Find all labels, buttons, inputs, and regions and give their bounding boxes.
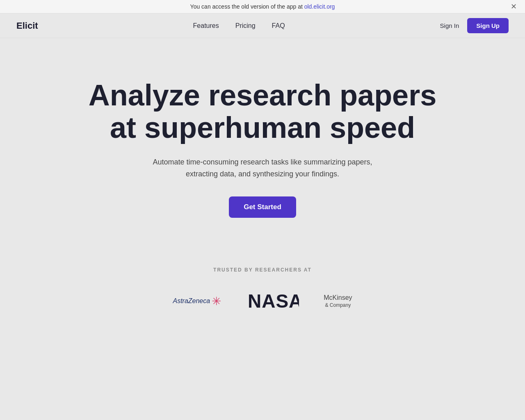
banner-text: You can access the old version of the ap… — [190, 3, 335, 10]
hero-subtitle: Automate time-consuming research tasks l… — [148, 156, 377, 180]
announcement-banner: You can access the old version of the ap… — [0, 0, 525, 14]
signin-link[interactable]: Sign In — [440, 22, 459, 29]
banner-link[interactable]: old.elicit.org — [304, 3, 335, 10]
svg-text:NASA: NASA — [248, 290, 299, 312]
banner-close-button[interactable]: ✕ — [511, 3, 517, 10]
nav-link-features[interactable]: Features — [193, 22, 219, 30]
trusted-section: TRUSTED BY RESEARCHERS AT AstraZeneca ✳ … — [0, 242, 525, 346]
nasa-logo: NASA — [246, 289, 299, 313]
nasa-svg: NASA — [246, 289, 299, 312]
trusted-logos: AstraZeneca ✳ NASA McKinsey & Company — [173, 289, 352, 313]
hero-title: Analyze research papers at superhuman sp… — [86, 79, 439, 144]
get-started-button[interactable]: Get Started — [229, 196, 296, 218]
navbar: Elicit Features Pricing FAQ Sign In Sign… — [0, 14, 525, 38]
hero-section: Analyze research papers at superhuman sp… — [0, 38, 525, 242]
nav-auth: Sign In Sign Up — [440, 18, 509, 33]
astrazeneca-icon: ✳ — [212, 294, 221, 308]
signup-button[interactable]: Sign Up — [467, 18, 509, 33]
nav-logo[interactable]: Elicit — [16, 21, 38, 31]
mckinsey-amp: & Company — [325, 302, 351, 309]
astrazeneca-logo: AstraZeneca ✳ — [173, 294, 221, 308]
trusted-label: TRUSTED BY RESEARCHERS AT — [213, 267, 312, 273]
nav-link-faq[interactable]: FAQ — [272, 22, 285, 30]
astrazeneca-text: AstraZeneca — [173, 297, 210, 305]
nav-links: Features Pricing FAQ — [193, 22, 285, 30]
mckinsey-logo: McKinsey & Company — [324, 294, 352, 308]
nav-link-pricing[interactable]: Pricing — [235, 22, 256, 30]
banner-text-prefix: You can access the old version of the ap… — [190, 3, 304, 10]
mckinsey-name: McKinsey — [324, 294, 352, 302]
